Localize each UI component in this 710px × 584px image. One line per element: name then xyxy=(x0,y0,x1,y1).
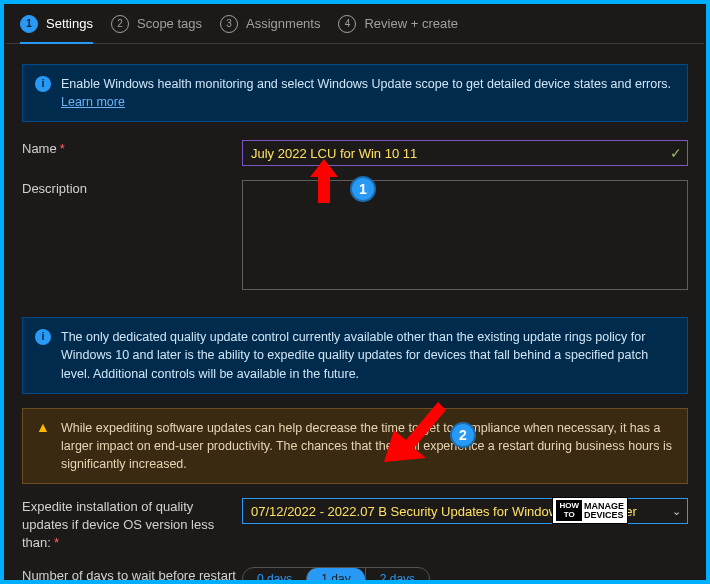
name-label: Name* xyxy=(22,140,242,158)
settings-page: 1 Settings 2 Scope tags 3 Assignments 4 … xyxy=(4,4,706,580)
restart-2-days[interactable]: 2 days xyxy=(365,568,429,580)
step-number: 2 xyxy=(111,15,129,33)
description-label: Description xyxy=(22,180,242,198)
info-banner-health: i Enable Windows health monitoring and s… xyxy=(22,64,688,122)
restart-days-label: Number of days to wait before restart is… xyxy=(22,567,242,580)
warning-banner-expedite: ▲ While expediting software updates can … xyxy=(22,408,688,484)
required-mark: * xyxy=(54,535,59,550)
tab-assignments[interactable]: 3 Assignments xyxy=(220,4,320,43)
basic-form: Name* ✓ Description xyxy=(6,122,704,293)
expedite-label: Expedite installation of quality updates… xyxy=(22,498,242,553)
learn-more-link[interactable]: Learn more xyxy=(61,95,125,109)
banner-text: The only dedicated quality update contro… xyxy=(61,328,675,382)
required-mark: * xyxy=(60,141,65,156)
banner-text: While expediting software updates can he… xyxy=(61,419,675,473)
restart-1-day[interactable]: 1 day xyxy=(306,568,364,580)
wizard-tabs: 1 Settings 2 Scope tags 3 Assignments 4 … xyxy=(6,4,704,44)
step-number: 3 xyxy=(220,15,238,33)
description-input[interactable] xyxy=(242,180,688,290)
tab-label: Review + create xyxy=(364,16,458,31)
name-input[interactable] xyxy=(242,140,688,166)
info-banner-quality: i The only dedicated quality update cont… xyxy=(22,317,688,393)
tab-settings[interactable]: 1 Settings xyxy=(20,4,93,43)
step-number: 1 xyxy=(20,15,38,33)
watermark-right: MANAGE DEVICES xyxy=(584,502,624,520)
check-icon: ✓ xyxy=(670,145,682,161)
chevron-down-icon: ⌄ xyxy=(672,505,681,518)
restart-0-days[interactable]: 0 days xyxy=(243,568,306,580)
tab-scope-tags[interactable]: 2 Scope tags xyxy=(111,4,202,43)
tab-label: Settings xyxy=(46,16,93,31)
info-icon: i xyxy=(35,329,51,345)
watermark: HOW TO MANAGE DEVICES xyxy=(552,497,628,524)
warning-icon: ▲ xyxy=(35,420,51,436)
restart-days-segmented: 0 days 1 day 2 days xyxy=(242,567,430,580)
banner-text: Enable Windows health monitoring and sel… xyxy=(61,75,675,111)
tab-review-create[interactable]: 4 Review + create xyxy=(338,4,458,43)
tab-label: Scope tags xyxy=(137,16,202,31)
watermark-left: HOW TO xyxy=(556,500,582,521)
info-icon: i xyxy=(35,76,51,92)
step-number: 4 xyxy=(338,15,356,33)
tab-label: Assignments xyxy=(246,16,320,31)
